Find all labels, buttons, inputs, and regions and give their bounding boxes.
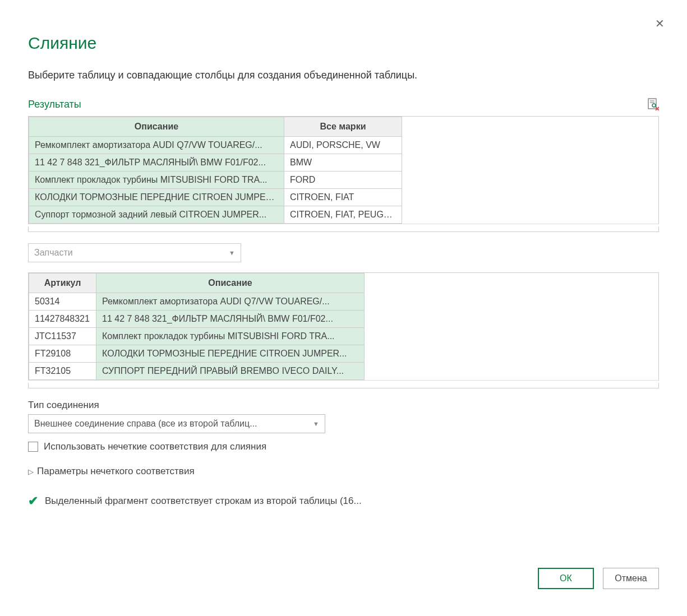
cell-description[interactable]: КОЛОДКИ ТОРМОЗНЫЕ ПЕРЕДНИЕ CITROEN JUMPE…	[96, 345, 365, 363]
table-row[interactable]: 11 42 7 848 321_ФИЛЬТР МАСЛЯНЫЙ\ BMW F01…	[29, 154, 402, 172]
cell-description[interactable]: 11 42 7 848 321_ФИЛЬТР МАСЛЯНЫЙ\ BMW F01…	[96, 311, 365, 328]
column-header-description[interactable]: Описание	[96, 274, 365, 293]
first-table-preview[interactable]: Описание Все марки Ремкомплект амортизат…	[28, 116, 659, 224]
second-table-preview[interactable]: Артикул Описание 50314Ремкомплект аморти…	[28, 272, 659, 381]
column-header-description[interactable]: Описание	[29, 117, 284, 137]
dialog-subtitle: Выберите таблицу и совпадающие столбцы д…	[28, 70, 659, 81]
table-row[interactable]: КОЛОДКИ ТОРМОЗНЫЕ ПЕРЕДНИЕ CITROEN JUMPE…	[29, 189, 402, 206]
cell-brands[interactable]: CITROEN, FIAT, PEUGEOT	[284, 206, 402, 224]
join-type-value: Внешнее соединение справа (все из второй…	[34, 419, 257, 429]
cell-description[interactable]: Ремкомплект амортизатора AUDI Q7/VW TOUA…	[96, 293, 365, 311]
table-row[interactable]: Ремкомплект амортизатора AUDI Q7/VW TOUA…	[29, 137, 402, 154]
cell-brands[interactable]: BMW	[284, 154, 402, 172]
cell-description[interactable]: Комплект прокладок турбины MITSUBISHI FO…	[96, 328, 365, 345]
chevron-down-icon: ▼	[313, 420, 319, 427]
chevron-down-icon: ▼	[229, 249, 235, 256]
table-scroll-area	[28, 383, 659, 388]
fuzzy-params-label: Параметры нечеткого соответствия	[37, 466, 195, 477]
join-type-label: Тип соединения	[28, 400, 659, 411]
table-row[interactable]: FT32105СУППОРТ ПЕРЕДНИЙ ПРАВЫЙ BREMBO IV…	[29, 363, 365, 380]
cell-description[interactable]: СУППОРТ ПЕРЕДНИЙ ПРАВЫЙ BREMBO IVECO DAI…	[96, 363, 365, 380]
checkmark-icon: ✔	[28, 494, 38, 508]
cell-article[interactable]: FT29108	[29, 345, 96, 363]
refresh-remove-icon[interactable]	[648, 98, 659, 110]
merge-dialog: ✕ Слияние Выберите таблицу и совпадающие…	[0, 0, 687, 616]
cell-article[interactable]: JTC11537	[29, 328, 96, 345]
table-row[interactable]: JTC11537Комплект прокладок турбины MITSU…	[29, 328, 365, 345]
fuzzy-params-expander[interactable]: ▷ Параметры нечеткого соответствия	[28, 466, 659, 477]
cell-article[interactable]: 50314	[29, 293, 96, 311]
cell-description[interactable]: Суппорт тормозной задний левый CITROEN J…	[29, 206, 284, 224]
table-header-row[interactable]: Описание Все марки	[29, 117, 402, 137]
cell-description[interactable]: 11 42 7 848 321_ФИЛЬТР МАСЛЯНЫЙ\ BMW F01…	[29, 154, 284, 172]
cancel-button[interactable]: Отмена	[603, 568, 659, 589]
match-status-text: Выделенный фрагмент соответствует строка…	[45, 495, 362, 507]
table-row[interactable]: FT29108КОЛОДКИ ТОРМОЗНЫЕ ПЕРЕДНИЕ CITROE…	[29, 345, 365, 363]
close-icon[interactable]: ✕	[655, 17, 665, 30]
table-header-row[interactable]: Артикул Описание	[29, 274, 365, 293]
cell-brands[interactable]: AUDI, PORSCHE, VW	[284, 137, 402, 154]
column-header-brands[interactable]: Все марки	[284, 117, 402, 137]
second-table-value: Запчасти	[34, 248, 73, 258]
dialog-title: Слияние	[28, 34, 659, 53]
join-type-dropdown[interactable]: Внешнее соединение справа (все из второй…	[28, 414, 325, 433]
table-row[interactable]: Суппорт тормозной задний левый CITROEN J…	[29, 206, 402, 224]
table-row[interactable]: 1142784832111 42 7 848 321_ФИЛЬТР МАСЛЯН…	[29, 311, 365, 328]
chevron-right-icon: ▷	[28, 467, 34, 476]
cell-brands[interactable]: CITROEN, FIAT	[284, 189, 402, 206]
cell-brands[interactable]: FORD	[284, 172, 402, 189]
results-label: Результаты	[28, 99, 81, 110]
fuzzy-match-checkbox[interactable]	[28, 442, 38, 452]
ok-button[interactable]: ОК	[538, 568, 594, 589]
second-table-dropdown[interactable]: Запчасти ▼	[28, 243, 241, 262]
cell-description[interactable]: Ремкомплект амортизатора AUDI Q7/VW TOUA…	[29, 137, 284, 154]
cell-description[interactable]: КОЛОДКИ ТОРМОЗНЫЕ ПЕРЕДНИЕ CITROEN JUMPE…	[29, 189, 284, 206]
cell-article[interactable]: 11427848321	[29, 311, 96, 328]
table-scroll-area	[28, 226, 659, 232]
cell-description[interactable]: Комплект прокладок турбины MITSUBISHI FO…	[29, 172, 284, 189]
table-row[interactable]: 50314Ремкомплект амортизатора AUDI Q7/VW…	[29, 293, 365, 311]
column-header-article[interactable]: Артикул	[29, 274, 96, 293]
table-row[interactable]: Комплект прокладок турбины MITSUBISHI FO…	[29, 172, 402, 189]
cell-article[interactable]: FT32105	[29, 363, 96, 380]
fuzzy-match-label: Использовать нечеткие соответствия для с…	[44, 441, 266, 452]
